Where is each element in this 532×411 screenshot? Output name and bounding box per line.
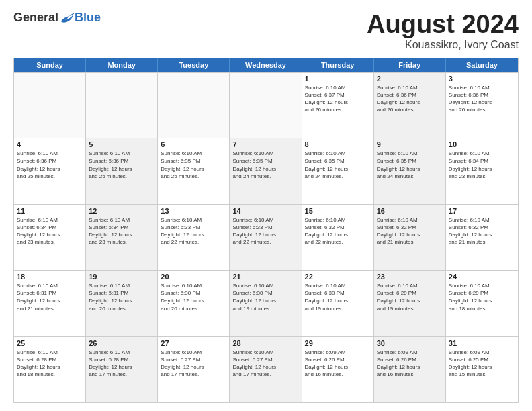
day-info: Sunrise: 6:10 AM Sunset: 6:35 PM Dayligh… — [161, 150, 226, 180]
day-number: 12 — [89, 207, 154, 215]
calendar-cell: 4Sunrise: 6:10 AM Sunset: 6:36 PM Daylig… — [14, 138, 86, 203]
weekday-header: Monday — [86, 58, 158, 72]
calendar-cell: 26Sunrise: 6:10 AM Sunset: 6:28 PM Dayli… — [86, 337, 158, 402]
calendar-cell: 1Sunrise: 6:10 AM Sunset: 6:37 PM Daylig… — [302, 73, 374, 138]
calendar: SundayMondayTuesdayWednesdayThursdayFrid… — [13, 58, 519, 403]
day-info: Sunrise: 6:10 AM Sunset: 6:36 PM Dayligh… — [17, 150, 83, 180]
day-number: 6 — [161, 140, 226, 148]
day-info: Sunrise: 6:10 AM Sunset: 6:32 PM Dayligh… — [305, 216, 371, 246]
day-number: 25 — [17, 339, 83, 347]
calendar-cell: 16Sunrise: 6:10 AM Sunset: 6:32 PM Dayli… — [374, 205, 446, 270]
day-info: Sunrise: 6:10 AM Sunset: 6:34 PM Dayligh… — [449, 150, 515, 180]
calendar-cell: 24Sunrise: 6:10 AM Sunset: 6:29 PM Dayli… — [446, 271, 518, 336]
logo-text: General Blue — [13, 11, 101, 25]
day-info: Sunrise: 6:10 AM Sunset: 6:31 PM Dayligh… — [17, 282, 83, 312]
logo-general: General — [13, 11, 58, 25]
day-info: Sunrise: 6:10 AM Sunset: 6:36 PM Dayligh… — [377, 84, 443, 114]
page: General Blue August 2024 Kouassikro, Ivo… — [0, 0, 532, 411]
day-number: 26 — [89, 339, 154, 347]
calendar-header: SundayMondayTuesdayWednesdayThursdayFrid… — [14, 58, 518, 72]
day-number: 18 — [17, 273, 83, 281]
calendar-body: 1Sunrise: 6:10 AM Sunset: 6:37 PM Daylig… — [14, 72, 518, 402]
calendar-cell: 21Sunrise: 6:10 AM Sunset: 6:30 PM Dayli… — [230, 271, 302, 336]
calendar-week: 25Sunrise: 6:10 AM Sunset: 6:28 PM Dayli… — [14, 336, 518, 402]
calendar-cell: 7Sunrise: 6:10 AM Sunset: 6:35 PM Daylig… — [230, 138, 302, 203]
day-number: 4 — [17, 140, 83, 148]
day-info: Sunrise: 6:10 AM Sunset: 6:32 PM Dayligh… — [449, 216, 515, 246]
logo-blue: Blue — [75, 11, 101, 25]
subtitle: Kouassikro, Ivory Coast — [367, 39, 519, 51]
calendar-cell — [158, 73, 230, 138]
day-info: Sunrise: 6:10 AM Sunset: 6:36 PM Dayligh… — [89, 150, 154, 180]
day-info: Sunrise: 6:10 AM Sunset: 6:27 PM Dayligh… — [232, 349, 298, 379]
day-info: Sunrise: 6:10 AM Sunset: 6:36 PM Dayligh… — [449, 84, 515, 114]
calendar-cell: 15Sunrise: 6:10 AM Sunset: 6:32 PM Dayli… — [302, 205, 374, 270]
day-number: 11 — [17, 207, 83, 215]
day-number: 13 — [161, 207, 226, 215]
calendar-cell: 3Sunrise: 6:10 AM Sunset: 6:36 PM Daylig… — [446, 73, 518, 138]
day-number: 31 — [449, 339, 515, 347]
weekday-header: Friday — [374, 58, 446, 72]
day-number: 22 — [305, 273, 371, 281]
weekday-header: Saturday — [446, 58, 518, 72]
title-section: August 2024 Kouassikro, Ivory Coast — [367, 11, 519, 51]
calendar-cell: 8Sunrise: 6:10 AM Sunset: 6:35 PM Daylig… — [302, 138, 374, 203]
calendar-cell: 2Sunrise: 6:10 AM Sunset: 6:36 PM Daylig… — [374, 73, 446, 138]
day-info: Sunrise: 6:10 AM Sunset: 6:31 PM Dayligh… — [89, 282, 154, 312]
calendar-cell: 18Sunrise: 6:10 AM Sunset: 6:31 PM Dayli… — [14, 271, 86, 336]
day-number: 19 — [89, 273, 154, 281]
calendar-cell: 9Sunrise: 6:10 AM Sunset: 6:35 PM Daylig… — [374, 138, 446, 203]
day-info: Sunrise: 6:10 AM Sunset: 6:34 PM Dayligh… — [17, 216, 83, 246]
calendar-cell — [86, 73, 158, 138]
day-number: 20 — [161, 273, 226, 281]
day-info: Sunrise: 6:10 AM Sunset: 6:28 PM Dayligh… — [17, 349, 83, 379]
weekday-header: Thursday — [302, 58, 374, 72]
day-number: 8 — [305, 140, 371, 148]
calendar-week: 18Sunrise: 6:10 AM Sunset: 6:31 PM Dayli… — [14, 270, 518, 336]
day-number: 5 — [89, 140, 154, 148]
calendar-cell: 29Sunrise: 6:09 AM Sunset: 6:26 PM Dayli… — [302, 337, 374, 402]
day-info: Sunrise: 6:10 AM Sunset: 6:28 PM Dayligh… — [89, 349, 154, 379]
day-info: Sunrise: 6:10 AM Sunset: 6:30 PM Dayligh… — [161, 282, 226, 312]
day-number: 14 — [232, 207, 298, 215]
day-number: 15 — [305, 207, 371, 215]
calendar-cell: 12Sunrise: 6:10 AM Sunset: 6:34 PM Dayli… — [86, 205, 158, 270]
header: General Blue August 2024 Kouassikro, Ivo… — [13, 11, 519, 51]
calendar-cell — [14, 73, 86, 138]
day-info: Sunrise: 6:10 AM Sunset: 6:27 PM Dayligh… — [161, 349, 226, 379]
calendar-cell — [230, 73, 302, 138]
main-title: August 2024 — [367, 11, 519, 39]
calendar-week: 1Sunrise: 6:10 AM Sunset: 6:37 PM Daylig… — [14, 72, 518, 138]
day-info: Sunrise: 6:10 AM Sunset: 6:30 PM Dayligh… — [232, 282, 298, 312]
day-info: Sunrise: 6:10 AM Sunset: 6:35 PM Dayligh… — [377, 150, 443, 180]
day-number: 23 — [377, 273, 443, 281]
day-number: 27 — [161, 339, 226, 347]
day-info: Sunrise: 6:10 AM Sunset: 6:34 PM Dayligh… — [89, 216, 154, 246]
day-number: 28 — [232, 339, 298, 347]
day-number: 2 — [377, 75, 443, 83]
logo-bird-icon — [60, 12, 75, 24]
day-number: 24 — [449, 273, 515, 281]
calendar-cell: 22Sunrise: 6:10 AM Sunset: 6:30 PM Dayli… — [302, 271, 374, 336]
day-info: Sunrise: 6:09 AM Sunset: 6:26 PM Dayligh… — [377, 349, 443, 379]
day-number: 7 — [232, 140, 298, 148]
day-info: Sunrise: 6:10 AM Sunset: 6:33 PM Dayligh… — [232, 216, 298, 246]
calendar-cell: 20Sunrise: 6:10 AM Sunset: 6:30 PM Dayli… — [158, 271, 230, 336]
day-number: 3 — [449, 75, 515, 83]
day-number: 17 — [449, 207, 515, 215]
day-info: Sunrise: 6:09 AM Sunset: 6:25 PM Dayligh… — [449, 349, 515, 379]
calendar-week: 11Sunrise: 6:10 AM Sunset: 6:34 PM Dayli… — [14, 204, 518, 270]
calendar-cell: 27Sunrise: 6:10 AM Sunset: 6:27 PM Dayli… — [158, 337, 230, 402]
day-number: 9 — [377, 140, 443, 148]
day-info: Sunrise: 6:10 AM Sunset: 6:35 PM Dayligh… — [232, 150, 298, 180]
day-number: 16 — [377, 207, 443, 215]
day-info: Sunrise: 6:10 AM Sunset: 6:32 PM Dayligh… — [377, 216, 443, 246]
calendar-cell: 13Sunrise: 6:10 AM Sunset: 6:33 PM Dayli… — [158, 205, 230, 270]
calendar-cell: 5Sunrise: 6:10 AM Sunset: 6:36 PM Daylig… — [86, 138, 158, 203]
calendar-week: 4Sunrise: 6:10 AM Sunset: 6:36 PM Daylig… — [14, 138, 518, 203]
calendar-cell: 30Sunrise: 6:09 AM Sunset: 6:26 PM Dayli… — [374, 337, 446, 402]
day-info: Sunrise: 6:09 AM Sunset: 6:26 PM Dayligh… — [305, 349, 371, 379]
day-number: 1 — [305, 75, 371, 83]
calendar-cell: 28Sunrise: 6:10 AM Sunset: 6:27 PM Dayli… — [230, 337, 302, 402]
calendar-cell: 6Sunrise: 6:10 AM Sunset: 6:35 PM Daylig… — [158, 138, 230, 203]
